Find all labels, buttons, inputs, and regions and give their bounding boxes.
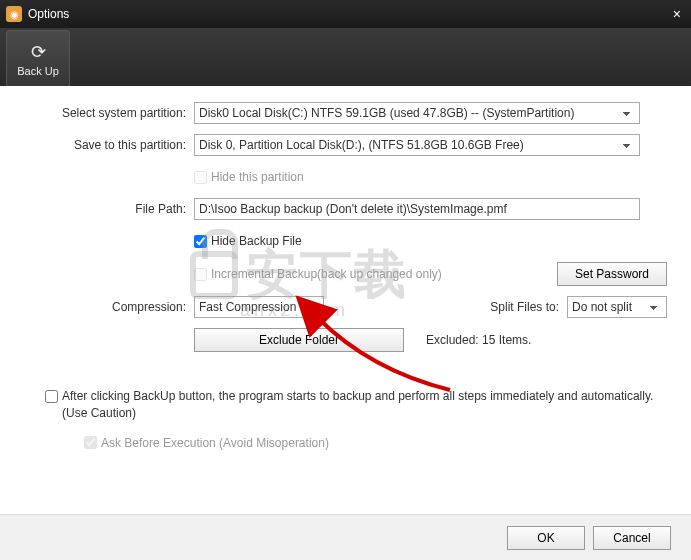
incremental-checkbox: Incremental Backup(back up changed only)	[194, 267, 442, 281]
hide-partition-checkbox: Hide this partition	[194, 170, 304, 184]
tab-label: Back Up	[17, 65, 59, 77]
split-files-select[interactable]: Do not split	[567, 296, 667, 318]
exclude-folder-button[interactable]: Exclude Folder	[194, 328, 404, 352]
tab-backup[interactable]: ⟳ Back Up	[6, 30, 70, 86]
backup-icon: ⟳	[31, 41, 46, 63]
ok-button[interactable]: OK	[507, 526, 585, 550]
app-icon: ◉	[6, 6, 22, 22]
excluded-count: Excluded: 15 Items.	[426, 333, 531, 347]
label-save-partition: Save to this partition:	[24, 138, 194, 152]
content-panel: Select system partition: Disk0 Local Dis…	[0, 86, 691, 514]
ask-before-checkbox: Ask Before Execution (Avoid Misoperation…	[84, 436, 329, 450]
ribbon: ⟳ Back Up	[0, 28, 691, 86]
label-file-path: File Path:	[24, 202, 194, 216]
label-system-partition: Select system partition:	[24, 106, 194, 120]
cancel-button[interactable]: Cancel	[593, 526, 671, 550]
auto-backup-checkbox[interactable]	[45, 390, 58, 403]
label-split-files: Split Files to:	[490, 300, 559, 314]
footer: OK Cancel	[0, 514, 691, 560]
file-path-input[interactable]	[194, 198, 640, 220]
label-compression: Compression:	[24, 300, 194, 314]
close-icon[interactable]: ×	[657, 6, 685, 22]
auto-backup-label: After clicking BackUp button, the progra…	[58, 388, 667, 422]
window-title: Options	[28, 7, 657, 21]
save-partition-select[interactable]: Disk 0, Partition Local Disk(D:), (NTFS …	[194, 134, 640, 156]
set-password-button[interactable]: Set Password	[557, 262, 667, 286]
system-partition-select[interactable]: Disk0 Local Disk(C:) NTFS 59.1GB (used 4…	[194, 102, 640, 124]
hide-backup-file-checkbox[interactable]: Hide Backup File	[194, 234, 302, 248]
titlebar: ◉ Options ×	[0, 0, 691, 28]
compression-select[interactable]: Fast Compression	[194, 296, 324, 318]
